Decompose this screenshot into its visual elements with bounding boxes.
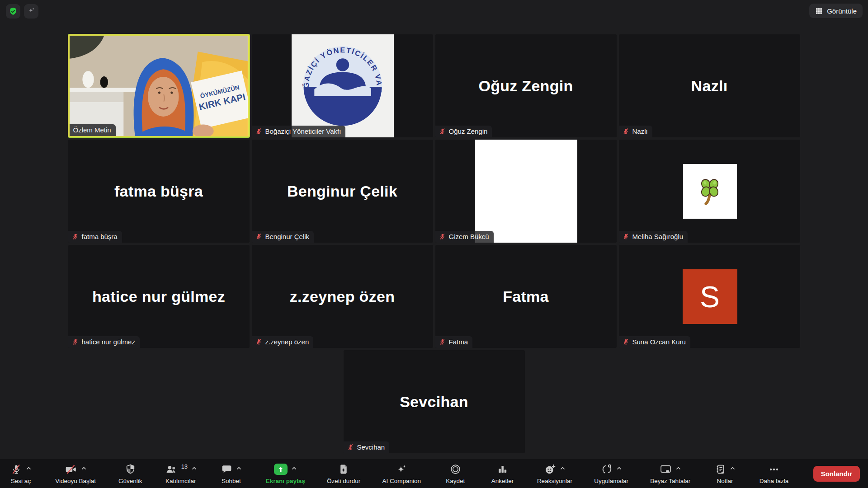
record-icon [450, 464, 461, 475]
participant-name-text: Nazlı [632, 127, 648, 135]
more-button[interactable]: Daha fazla [760, 463, 789, 484]
tile-fatma[interactable]: Fatma Fatma [435, 245, 617, 348]
ai-companion-corner-button[interactable] [24, 4, 38, 19]
notes-button[interactable]: Notlar [712, 463, 738, 484]
tile-sevcihan[interactable]: Sevcihan Sevcihan [344, 350, 525, 453]
tile-nazli[interactable]: Nazlı Nazlı [619, 34, 800, 137]
grid-row-4: Sevcihan Sevcihan [344, 350, 525, 453]
chevron-up-icon[interactable] [26, 467, 31, 470]
toolbar-label: Güvenlik [118, 478, 142, 484]
stop-summary-button[interactable]: Özeti durdur [327, 463, 360, 484]
toolbar-label: Notlar [717, 478, 733, 484]
tile-gizem-bukcu[interactable]: Gizem Bükcü [435, 140, 617, 243]
participant-name-text: Gizem Bükcü [449, 233, 489, 240]
view-button[interactable]: Görüntüle [809, 4, 863, 18]
clover-avatar [683, 164, 737, 219]
participant-name-text: Oğuz Zengin [449, 127, 488, 135]
top-bar: Görüntüle [0, 0, 868, 25]
grid-row-3: hatice nur gülmez hatice nur gülmez z.ze… [68, 245, 800, 348]
chevron-up-icon[interactable] [676, 467, 681, 470]
tile-fatma-busra[interactable]: fatma büşra fatma büşra [68, 140, 250, 243]
participant-name-text: Meliha Sağıroğlu [632, 233, 684, 240]
toolbar-label: Beyaz Tahtalar [650, 478, 690, 484]
participant-name-text: Suna Ozcan Kuru [632, 338, 686, 346]
muted-mic-icon [347, 444, 354, 450]
muted-mic-icon [255, 128, 262, 135]
participant-name-label: Gizem Bükcü [435, 231, 494, 243]
start-video-button[interactable]: Videoyu Başlat [55, 463, 96, 484]
grid-row-1: ÖYKÜMÜZÜN KIRK KAPI Özlem Metin [68, 34, 800, 137]
chat-bubble-icon [221, 464, 232, 475]
tile-bogazici-vakfi[interactable]: BOĞAZİÇİ YÖNETİCİLER VAKFI Boğaziçi Yöne… [252, 34, 433, 137]
participant-name-label: Nazlı [619, 126, 652, 137]
whiteboard-icon [660, 464, 672, 475]
tile-benginur-celik[interactable]: Benginur Çelik Benginur Çelik [252, 140, 433, 243]
view-button-label: Görüntüle [827, 7, 857, 15]
sparkle-icon [27, 7, 36, 16]
participant-display-name: fatma büşra [68, 140, 250, 243]
participant-name-label: fatma büşra [68, 231, 122, 243]
tile-oguz-zengin[interactable]: Oğuz Zengin Oğuz Zengin [435, 34, 617, 137]
grid-row-2: fatma büşra fatma büşra Benginur Çelik [68, 140, 800, 243]
participant-name-label: Sevcihan [344, 441, 390, 453]
participants-icon [165, 464, 177, 475]
muted-mic-icon [623, 338, 629, 345]
tile-zeynep-ozen[interactable]: z.zeynep özen z.zeynep özen [252, 245, 433, 348]
chevron-up-icon[interactable] [730, 467, 735, 470]
muted-mic-icon [439, 338, 446, 345]
summary-document-icon [338, 464, 349, 475]
record-button[interactable]: Kaydet [443, 463, 468, 484]
toolbar-label: Kaydet [446, 478, 465, 484]
whiteboards-button[interactable]: Beyaz Tahtalar [650, 463, 690, 484]
apps-button[interactable]: Uygulamalar [594, 463, 628, 484]
chevron-up-icon[interactable] [292, 467, 297, 470]
participant-name-text: Benginur Çelik [265, 233, 310, 240]
meeting-toolbar: Sesi aç Videoyu Başlat [0, 459, 868, 488]
muted-mic-icon [10, 464, 22, 475]
participant-display-name: Nazlı [619, 34, 800, 137]
participant-name-label: Suna Ozcan Kuru [619, 336, 690, 348]
chevron-up-icon[interactable] [560, 467, 565, 470]
shield-check-icon [9, 7, 18, 16]
participant-name-text: Sevcihan [357, 443, 385, 451]
organization-logo: BOĞAZİÇİ YÖNETİCİLER VAKFI [292, 34, 394, 137]
tile-hatice-nur-gulmez[interactable]: hatice nur gülmez hatice nur gülmez [68, 245, 250, 348]
participant-display-name: Fatma [435, 245, 617, 348]
security-button[interactable]: Güvenlik [118, 463, 143, 484]
toolbar-label: Özeti durdur [327, 478, 360, 484]
tile-meliha-sagiroglu[interactable]: Meliha Sağıroğlu [619, 140, 800, 243]
bogazici-logo-graphic: BOĞAZİÇİ YÖNETİCİLER VAKFI [300, 43, 386, 129]
participant-name-text: Özlem Metin [73, 126, 111, 134]
grid-view-icon [815, 7, 823, 15]
unmute-button[interactable]: Sesi aç [8, 463, 33, 484]
end-meeting-button[interactable]: Sonlandır [813, 466, 860, 482]
tile-suna-ozcan-kuru[interactable]: S Suna Ozcan Kuru [619, 245, 800, 348]
chevron-up-icon[interactable] [236, 467, 241, 470]
security-shield-icon [125, 464, 136, 475]
security-shield-button[interactable] [6, 4, 20, 19]
chevron-up-icon[interactable] [617, 467, 622, 470]
chat-button[interactable]: Sohbet [218, 463, 244, 484]
tile-ozlem-metin[interactable]: ÖYKÜMÜZÜN KIRK KAPI Özlem Metin [68, 34, 250, 137]
four-leaf-clover-icon [696, 177, 724, 206]
poll-bars-icon [497, 464, 508, 475]
muted-mic-icon [255, 338, 262, 345]
apps-icon [601, 464, 613, 475]
notes-icon [715, 464, 726, 475]
participant-name-text: Boğaziçi Yöneticiler Vakfı [265, 127, 341, 135]
share-screen-button[interactable]: Ekranı paylaş [266, 463, 305, 484]
participants-button[interactable]: 13 Katılımcılar [165, 463, 197, 484]
participant-display-name: Oğuz Zengin [435, 34, 617, 137]
participant-name-label: z.zeynep özen [252, 336, 314, 348]
toolbar-label: Sohbet [222, 478, 241, 484]
chevron-up-icon[interactable] [192, 467, 197, 470]
participant-name-label: Meliha Sağıroğlu [619, 231, 688, 243]
share-screen-icon [274, 464, 288, 475]
participant-name-text: Fatma [449, 338, 468, 346]
chevron-up-icon[interactable] [81, 467, 86, 470]
toolbar-label: Reaksiyonlar [537, 478, 572, 484]
muted-mic-icon [623, 233, 629, 240]
ai-companion-button[interactable]: AI Companion [382, 463, 421, 484]
reactions-button[interactable]: Reaksiyonlar [537, 463, 572, 484]
polls-button[interactable]: Anketler [490, 463, 515, 484]
